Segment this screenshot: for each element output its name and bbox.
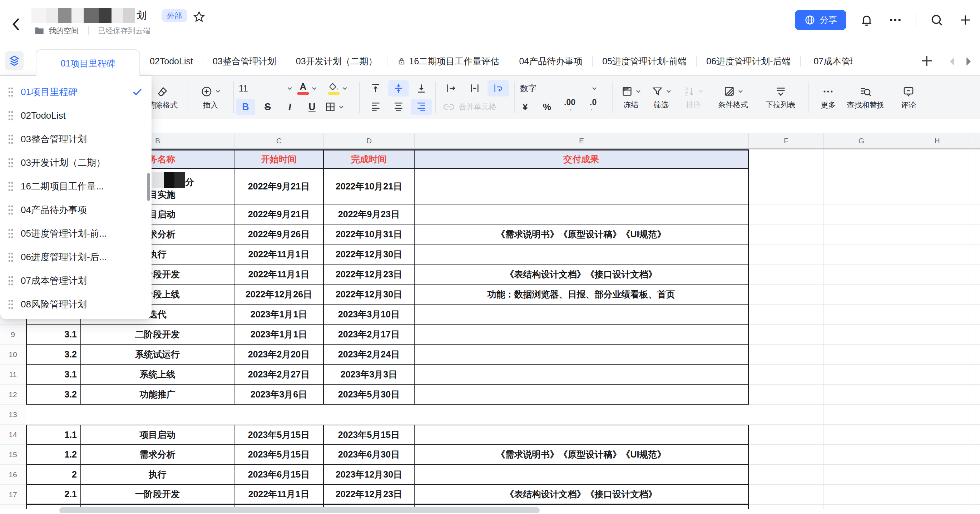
valign-middle-button[interactable] — [388, 80, 409, 97]
cell-D2[interactable]: 2022年10月21日 — [324, 169, 415, 204]
find-replace-button[interactable]: 查找和替换 — [841, 79, 891, 116]
cell-F16[interactable] — [749, 465, 824, 485]
cell-E15[interactable]: 《需求说明书》《原型设计稿》《UI规范》 — [415, 445, 749, 465]
row-header-16[interactable]: 16 — [0, 465, 26, 485]
search-button[interactable] — [929, 12, 945, 28]
sheet-menu-item-02TodoList[interactable]: 02TodoList — [0, 103, 151, 127]
borders-button[interactable] — [325, 99, 344, 115]
column-header-H[interactable]: H — [899, 133, 975, 148]
row-header-partial[interactable] — [0, 505, 26, 509]
cell-H14[interactable] — [899, 425, 975, 445]
cell-F14[interactable] — [749, 425, 824, 445]
row-header-10[interactable]: 10 — [0, 345, 26, 364]
text-color-button[interactable]: A — [298, 80, 317, 97]
insert-button[interactable]: 插入 — [191, 79, 230, 116]
cell-F2[interactable] — [749, 169, 824, 204]
decrease-decimal-button[interactable]: .0← — [586, 99, 600, 115]
cell-H4[interactable] — [899, 224, 975, 245]
cell-F10[interactable] — [749, 345, 824, 364]
horizontal-scrollbar[interactable] — [59, 507, 540, 513]
row-header-14[interactable]: 14 — [0, 425, 26, 445]
cell-F5[interactable] — [749, 245, 824, 264]
cell-G3[interactable] — [824, 204, 899, 224]
text-wrap-button[interactable] — [487, 80, 509, 97]
fill-color-button[interactable] — [328, 80, 347, 97]
cell-B12[interactable]: 功能推广 — [81, 385, 234, 405]
cell-D9[interactable]: 2023年2月17日 — [324, 325, 415, 345]
cell-G8[interactable] — [824, 304, 899, 325]
column-header-G[interactable]: G — [824, 133, 899, 148]
cell-C12[interactable]: 2023年3月6日 — [234, 385, 324, 405]
cell-A15[interactable]: 1.2 — [26, 445, 81, 465]
cell-G15[interactable] — [824, 445, 899, 465]
cell-A17[interactable]: 2.1 — [26, 485, 81, 505]
sheet-menu-item-04产品待办事项[interactable]: 04产品待办事项 — [0, 198, 151, 221]
cell-H5[interactable] — [899, 245, 975, 264]
cell-F9[interactable] — [749, 325, 824, 345]
cell-B16[interactable]: 执行 — [81, 465, 234, 485]
cell-E17[interactable]: 《表结构设计文档》《接口设计文档》 — [415, 485, 749, 505]
column-header-end[interactable] — [975, 133, 980, 148]
sheet-menu-item-03整合管理计划[interactable]: 03整合管理计划 — [0, 127, 151, 151]
column-header-E[interactable]: E — [415, 133, 749, 148]
cell-E11[interactable] — [415, 364, 749, 385]
cell-G12[interactable] — [824, 385, 899, 405]
cell-C15[interactable]: 2023年5月15日 — [234, 445, 324, 465]
tabs-scroll-left-icon[interactable] — [948, 56, 956, 67]
cell-E9[interactable] — [415, 325, 749, 345]
sheet-list-button[interactable] — [5, 51, 24, 70]
cell-C3[interactable]: 2022年9月21日 — [234, 204, 324, 224]
conditional-format-button[interactable]: 条件格式 — [708, 79, 758, 116]
toolbar-more-button[interactable]: 更多 — [812, 79, 844, 116]
sheet-menu-item-16二期项目工作量...[interactable]: 16二期项目工作量... — [0, 174, 151, 198]
percent-format-button[interactable]: % — [538, 99, 556, 115]
cell-D11[interactable]: 2023年3月3日 — [324, 364, 415, 385]
row-header-11[interactable]: 11 — [0, 364, 26, 385]
drag-handle-icon[interactable] — [8, 134, 14, 145]
cell-H[interactable] — [899, 505, 975, 509]
cell-H9[interactable] — [899, 325, 975, 345]
cell-B11[interactable]: 系统上线 — [81, 364, 234, 385]
valign-top-button[interactable] — [365, 80, 386, 97]
cell-E2[interactable] — [415, 169, 749, 204]
cell-C4[interactable]: 2022年9月26日 — [234, 224, 324, 245]
cell-C8[interactable]: 2023年1月1日 — [234, 304, 324, 325]
back-button[interactable] — [10, 16, 22, 32]
cell-F15[interactable] — [749, 445, 824, 465]
cell-E3[interactable] — [415, 204, 749, 224]
cell-E6[interactable]: 《表结构设计文档》《接口设计文档》 — [415, 264, 749, 285]
font-size-select[interactable]: 11 — [239, 80, 292, 97]
tab-active[interactable]: 01项目里程碑 — [36, 49, 140, 76]
drag-handle-icon[interactable] — [8, 181, 14, 192]
cell-E7[interactable]: 功能：数据浏览器、日报、部分业绩看板、首页 — [415, 285, 749, 304]
sheet-menu-item-06进度管理计划-后...[interactable]: 06进度管理计划-后... — [0, 245, 151, 269]
cell-C13[interactable] — [234, 405, 324, 425]
column-header-C[interactable]: C — [234, 133, 324, 148]
cell-H16[interactable] — [899, 465, 975, 485]
cell-H12[interactable] — [899, 385, 975, 405]
cell-G10[interactable] — [824, 345, 899, 364]
cell-G14[interactable] — [824, 425, 899, 445]
tab-07成本管理计划[interactable]: 07成本管理计划 — [800, 56, 853, 67]
cell-A16[interactable]: 2 — [26, 465, 81, 485]
cell-A11[interactable]: 3.1 — [26, 364, 81, 385]
cell-E10[interactable] — [415, 345, 749, 364]
tab-06进度管理计划-后端[interactable]: 06进度管理计划-后端 — [697, 56, 800, 67]
cell-C11[interactable]: 2023年2月27日 — [234, 364, 324, 385]
halign-right-button[interactable] — [411, 99, 432, 115]
cell-C16[interactable]: 2023年6月15日 — [234, 465, 324, 485]
cell-H10[interactable] — [899, 345, 975, 364]
cell-E5[interactable] — [415, 245, 749, 264]
star-icon[interactable] — [192, 10, 206, 24]
cell-F13[interactable] — [749, 405, 824, 425]
cell-C7[interactable]: 2022年12月26日 — [234, 285, 324, 304]
cell-F8[interactable] — [749, 304, 824, 325]
tab-03开发计划（二期）[interactable]: 03开发计划（二期） — [286, 56, 387, 67]
cell-B13[interactable] — [81, 405, 234, 425]
sort-button[interactable]: AZ 排序 — [676, 79, 711, 116]
cell-D4[interactable]: 2022年10月31日 — [324, 224, 415, 245]
comment-button[interactable]: 评论 — [891, 79, 926, 116]
row-header-12[interactable]: 12 — [0, 385, 26, 405]
cell-C6[interactable]: 2022年11月1日 — [234, 264, 324, 285]
cell-D8[interactable]: 2023年3月10日 — [324, 304, 415, 325]
